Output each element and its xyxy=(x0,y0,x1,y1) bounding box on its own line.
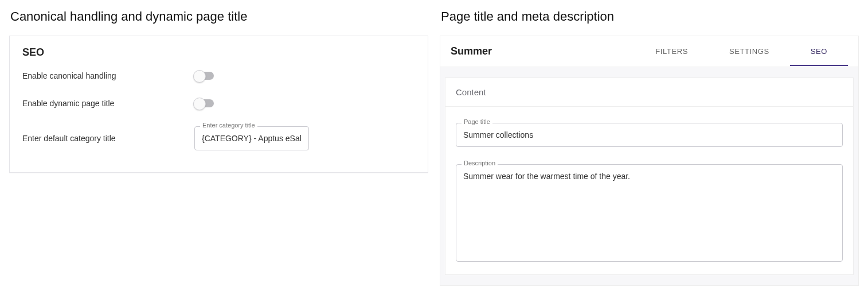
left-pane-title: Canonical handling and dynamic page titl… xyxy=(10,9,428,24)
seo-card: SEO Enable canonical handling Enable dyn… xyxy=(9,36,428,173)
category-title-field: Enter category title xyxy=(194,126,309,150)
content-card: Content Page title Description xyxy=(445,77,854,275)
left-pane: Canonical handling and dynamic page titl… xyxy=(9,5,428,282)
content-body: Page title Description xyxy=(445,107,853,274)
category-title-legend: Enter category title xyxy=(200,122,257,129)
page-title-field: Page title xyxy=(456,123,843,147)
editor-tabs: FILTERS SETTINGS SEO xyxy=(635,37,848,66)
canonical-label: Enable canonical handling xyxy=(22,71,194,80)
editor-header: Summer FILTERS SETTINGS SEO xyxy=(440,36,858,67)
editor-page-name: Summer xyxy=(451,45,492,57)
tab-settings[interactable]: SETTINGS xyxy=(709,37,790,66)
page-title-input[interactable] xyxy=(456,123,843,147)
dynamic-title-toggle[interactable] xyxy=(194,99,214,107)
right-pane: Page title and meta description Summer F… xyxy=(440,5,859,282)
tab-seo[interactable]: SEO xyxy=(790,37,848,66)
row-default-category: Enter default category title Enter categ… xyxy=(22,126,415,150)
description-textarea[interactable] xyxy=(456,164,843,262)
description-legend: Description xyxy=(462,160,498,166)
dynamic-title-label: Enable dynamic page title xyxy=(22,99,194,108)
description-field: Description xyxy=(456,164,843,264)
category-title-input[interactable] xyxy=(194,126,309,150)
page-title-legend: Page title xyxy=(462,118,492,125)
row-canonical: Enable canonical handling xyxy=(22,71,415,80)
row-dynamic-title: Enable dynamic page title xyxy=(22,99,415,108)
seo-section-title: SEO xyxy=(22,46,415,59)
tab-filters[interactable]: FILTERS xyxy=(635,37,709,66)
right-pane-title: Page title and meta description xyxy=(441,9,859,24)
canonical-toggle[interactable] xyxy=(194,72,214,80)
content-section-label: Content xyxy=(445,78,853,107)
default-category-label: Enter default category title xyxy=(22,134,194,143)
page-editor: Summer FILTERS SETTINGS SEO Content Page… xyxy=(440,36,859,286)
